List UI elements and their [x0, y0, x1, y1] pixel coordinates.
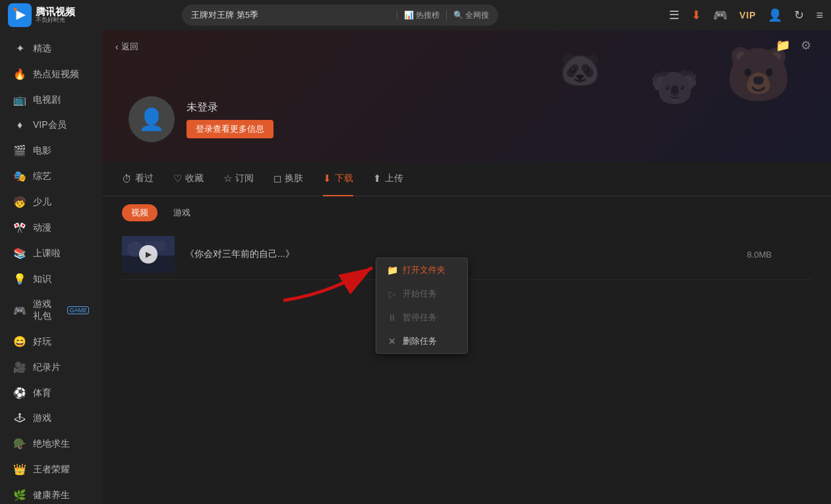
sidebar-item-anime[interactable]: 🎌 动漫: [0, 215, 102, 240]
sidebar-item-fun[interactable]: 😄 好玩: [0, 329, 102, 354]
games-gift-label: 游戏礼包: [33, 298, 59, 322]
global-search-label: 全网搜: [465, 10, 489, 21]
tab-skin[interactable]: ◻ 换肤: [273, 162, 303, 196]
game-nav-icon[interactable]: 🎮: [713, 8, 728, 22]
pause-task-label: 暂停任务: [403, 312, 437, 323]
sidebar-item-honor[interactable]: 👑 王者荣耀: [0, 457, 102, 482]
featured-icon: ✦: [13, 42, 26, 55]
sports-label: 体育: [33, 387, 51, 399]
main-layout: ✦ 精选 🔥 热点短视频 📺 电视剧 ♦ VIP会员 🎬 电影 🎭 综艺 🧒 少…: [0, 30, 831, 504]
sidebar-item-vip[interactable]: ♦ VIP会员: [0, 113, 102, 138]
open-folder-label: 打开文件夹: [403, 264, 445, 276]
sidebar-item-sports[interactable]: ⚽ 体育: [0, 380, 102, 406]
video-thumbnail[interactable]: ▶: [122, 236, 175, 273]
search-bar[interactable]: 王牌对王牌 第5季 📊 热搜榜 🔍 全网搜: [182, 5, 498, 26]
sidebar-item-movie[interactable]: 🎬 电影: [0, 138, 102, 163]
sidebar-item-variety[interactable]: 🎭 综艺: [0, 163, 102, 189]
tabs-bar: ⏱ 看过 ♡ 收藏 ☆ 订阅 ◻ 换肤 ⬇ 下载 ⬆ 上传: [102, 162, 831, 196]
download-nav-icon[interactable]: ⬇: [691, 8, 701, 22]
movie-label: 电影: [33, 145, 51, 157]
movie-icon: 🎬: [13, 144, 26, 157]
login-button[interactable]: 登录查看更多信息: [186, 120, 273, 138]
sidebar-item-class[interactable]: 📚 上课啦: [0, 240, 102, 266]
avatar[interactable]: 👤: [129, 96, 175, 142]
variety-label: 综艺: [33, 171, 51, 182]
hot-search-icon: 📊: [404, 11, 414, 20]
sidebar-item-knowledge[interactable]: 💡 知识: [0, 266, 102, 292]
svg-rect-2: [14, 8, 17, 11]
tab-watched[interactable]: ⏱ 看过: [122, 162, 154, 196]
context-menu-open-folder[interactable]: 📁 打开文件夹: [376, 258, 467, 282]
play-button-overlay[interactable]: ▶: [139, 245, 158, 264]
sidebar-item-tv[interactable]: 📺 电视剧: [0, 87, 102, 113]
games-gift-icon: 🎮: [13, 304, 26, 317]
banner-decor-2: 🐨: [650, 63, 699, 110]
tab-download[interactable]: ⬇ 下载: [323, 162, 353, 196]
health-label: 健康养生: [33, 490, 70, 501]
open-folder-icon: 📁: [387, 265, 397, 275]
upload-icon: ⬆: [373, 173, 382, 184]
banner-decor-3: 🐼: [559, 50, 600, 88]
vip-label[interactable]: VIP: [739, 10, 757, 20]
tab-subscribe[interactable]: ☆ 订阅: [223, 162, 254, 196]
gaming-icon: 🕹: [13, 412, 26, 424]
global-search-btn[interactable]: 🔍 全网搜: [453, 10, 489, 21]
sidebar-item-gaming[interactable]: 🕹 游戏: [0, 406, 102, 431]
sidebar-item-health[interactable]: 🌿 健康养生: [0, 482, 102, 504]
back-label: 返回: [121, 41, 138, 53]
menu-icon[interactable]: ≡: [816, 9, 823, 22]
kids-icon: 🧒: [13, 196, 26, 208]
logo-slogan: 不负好时光: [36, 17, 75, 24]
topbar-right: ☰ ⬇ 🎮 VIP 👤 ↻ ≡: [669, 8, 823, 22]
tv-label: 电视剧: [33, 94, 61, 106]
context-menu-delete-task[interactable]: ✕ 删除任务: [376, 329, 467, 353]
honor-label: 王者荣耀: [33, 464, 70, 476]
vip-sidebar-label: VIP会员: [33, 119, 67, 131]
user-icon[interactable]: 👤: [768, 8, 782, 22]
start-task-icon: ▷: [387, 289, 397, 299]
settings-action-icon[interactable]: ⚙: [801, 38, 811, 53]
search-text: 王牌对王牌 第5季: [191, 9, 390, 21]
cat-tab-video[interactable]: 视频: [122, 204, 158, 221]
pubg-icon: 🪖: [13, 437, 26, 450]
watched-label: 看过: [135, 173, 154, 184]
tab-upload[interactable]: ⬆ 上传: [373, 162, 403, 196]
sidebar-item-pubg[interactable]: 🪖 绝地求生: [0, 431, 102, 457]
watched-icon: ⏱: [122, 173, 132, 184]
red-arrow-indicator: [277, 254, 382, 307]
logo-text: 腾讯视频 不负好时光: [36, 7, 75, 24]
refresh-icon[interactable]: ↻: [794, 8, 804, 22]
sports-icon: ⚽: [13, 387, 26, 399]
logo[interactable]: 腾讯视频 不负好时光: [8, 3, 94, 27]
documentary-label: 纪录片: [33, 362, 61, 374]
cat-tab-games[interactable]: 游戏: [164, 204, 200, 221]
back-button[interactable]: ‹ 返回: [115, 41, 138, 53]
gaming-label: 游戏: [33, 412, 51, 424]
playlist-icon[interactable]: ☰: [669, 8, 679, 22]
knowledge-label: 知识: [33, 273, 51, 285]
pubg-label: 绝地求生: [33, 438, 70, 450]
sidebar-item-kids[interactable]: 🧒 少儿: [0, 189, 102, 215]
start-task-label: 开始任务: [403, 288, 437, 300]
hot-search-btn[interactable]: 📊 热搜榜: [404, 10, 440, 21]
cat-video-label: 视频: [131, 208, 148, 217]
game-badge: GAME: [67, 306, 89, 314]
profile-banner: 🐻 🐨 🐼 ‹ 返回 👤 未登录 登录查看更多信息: [102, 30, 831, 162]
health-icon: 🌿: [13, 489, 26, 501]
hot-search-label: 热搜榜: [416, 10, 440, 21]
context-menu: 📁 打开文件夹 ▷ 开始任务 ⏸ 暂停任务 ✕ 删除任务: [376, 258, 468, 354]
sidebar-item-documentary[interactable]: 🎥 纪录片: [0, 354, 102, 380]
sidebar-item-games-gift[interactable]: 🎮 游戏礼包 GAME: [0, 292, 102, 329]
sidebar-item-featured[interactable]: ✦ 精选: [0, 36, 102, 61]
download-label: 下载: [335, 173, 353, 184]
cat-games-label: 游戏: [173, 208, 190, 217]
anime-icon: 🎌: [13, 221, 26, 234]
context-menu-pause-task: ⏸ 暂停任务: [376, 306, 467, 329]
upload-label: 上传: [385, 173, 403, 184]
sidebar-item-shorts[interactable]: 🔥 热点短视频: [0, 61, 102, 87]
sidebar: ✦ 精选 🔥 热点短视频 📺 电视剧 ♦ VIP会员 🎬 电影 🎭 综艺 🧒 少…: [0, 30, 102, 504]
context-menu-start-task: ▷ 开始任务: [376, 282, 467, 306]
documentary-icon: 🎥: [13, 361, 26, 374]
folder-action-icon[interactable]: 📁: [776, 38, 790, 53]
tab-favorites[interactable]: ♡ 收藏: [173, 162, 204, 196]
